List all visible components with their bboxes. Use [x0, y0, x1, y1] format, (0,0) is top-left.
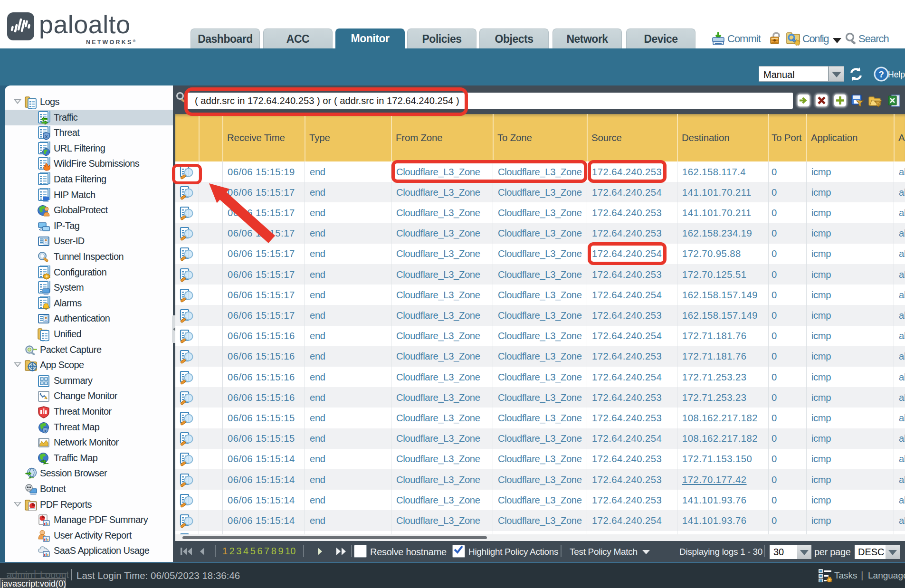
svg-text:x: x — [44, 428, 47, 433]
svg-text:?: ? — [878, 69, 884, 79]
svg-text:x: x — [45, 133, 48, 139]
